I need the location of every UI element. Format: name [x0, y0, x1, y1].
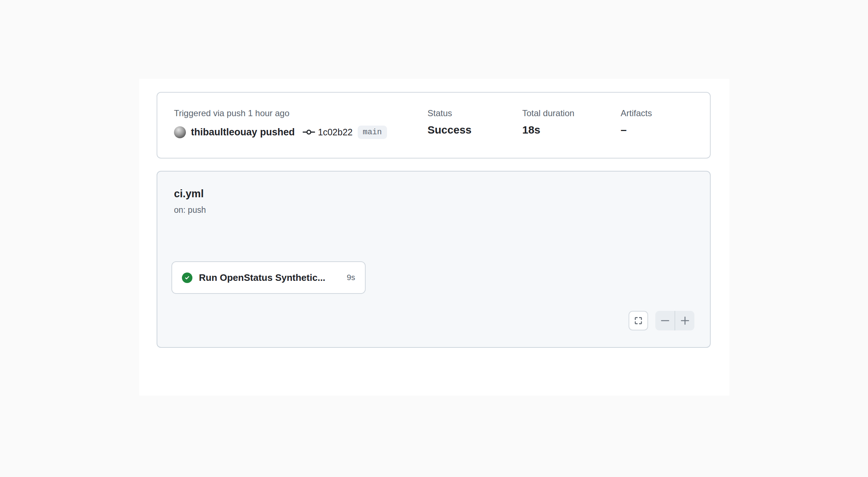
trigger-block: Triggered via push 1 hour ago thibaultle… [174, 108, 427, 158]
git-commit-icon [303, 128, 315, 136]
artifacts-column: Artifacts – [621, 108, 693, 158]
graph-controls [629, 311, 694, 330]
minus-icon [660, 316, 670, 325]
screen-full-icon [634, 316, 643, 325]
status-value: Success [427, 124, 522, 136]
page: Triggered via push 1 hour ago thibaultle… [0, 0, 868, 477]
plus-icon [680, 316, 690, 325]
fullscreen-button[interactable] [629, 311, 648, 330]
status-label: Status [427, 108, 522, 119]
total-duration-column: Total duration 18s [522, 108, 621, 158]
run-summary-card: Triggered via push 1 hour ago thibaultle… [157, 92, 711, 159]
commit-sha-link[interactable]: 1c02b22 [318, 127, 353, 138]
branch-badge[interactable]: main [358, 126, 387, 139]
zoom-in-button[interactable] [675, 311, 694, 330]
actor-action-label: pushed [260, 127, 295, 138]
trigger-row: thibaultleouay pushed 1c02b22 main [174, 125, 427, 139]
check-circle-icon [182, 273, 192, 283]
workflow-file-name: ci.yml [174, 187, 204, 200]
job-duration: 9s [347, 273, 355, 282]
content-surface: Triggered via push 1 hour ago thibaultle… [139, 79, 729, 396]
total-duration-value: 18s [522, 124, 621, 136]
workflow-trigger-label: on: push [174, 205, 206, 215]
status-column: Status Success [427, 108, 522, 158]
job-node[interactable]: Run OpenStatus Synthetic... 9s [171, 261, 366, 294]
job-name: Run OpenStatus Synthetic... [199, 272, 326, 283]
artifacts-value: – [621, 124, 693, 136]
trigger-label: Triggered via push 1 hour ago [174, 108, 427, 119]
zoom-out-button[interactable] [655, 311, 675, 330]
actor-name-link[interactable]: thibaultleouay [191, 127, 257, 138]
artifacts-label: Artifacts [621, 108, 693, 119]
workflow-graph-card: ci.yml on: push Run OpenStatus Synthetic… [157, 171, 711, 348]
avatar[interactable] [174, 126, 186, 138]
total-duration-label: Total duration [522, 108, 621, 119]
zoom-control-group [655, 311, 694, 330]
